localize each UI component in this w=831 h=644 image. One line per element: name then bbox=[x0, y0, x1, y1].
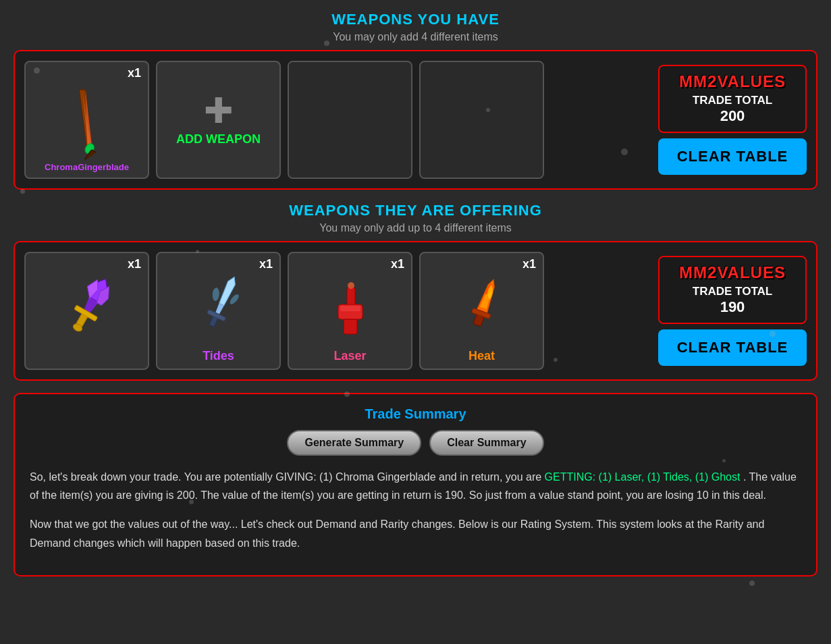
your-weapon-slots: x1 bbox=[24, 61, 651, 179]
summary-text-2: Now that we got the values out of the wa… bbox=[30, 515, 801, 552]
their-slot-2[interactable]: x1 bbox=[156, 252, 281, 370]
summary-text-giving: So, let's break down your trade. You are… bbox=[30, 471, 541, 483]
weapons-you-have-subtitle: You may only add 4 different items bbox=[14, 31, 817, 43]
add-weapon-label: ADD WEAPON bbox=[176, 132, 261, 146]
weapons-you-have-title: WEAPONS YOU HAVE bbox=[14, 11, 817, 28]
summary-buttons: Generate Summary Clear Summary bbox=[30, 430, 801, 456]
your-mm2values-badge: MM2VALUES TRADE TOTAL 200 bbox=[658, 65, 807, 132]
their-trade-total-value: 190 bbox=[665, 298, 800, 316]
their-mm2values-badge: MM2VALUES TRADE TOTAL 190 bbox=[658, 256, 807, 323]
add-weapon-button[interactable]: ✚ ADD WEAPON bbox=[156, 61, 281, 179]
trade-summary-section: Trade Summary Generate Summary Clear Sum… bbox=[14, 393, 817, 576]
your-mm2values-title: MM2VALUES bbox=[665, 73, 800, 90]
empty-slot-inner-3 bbox=[289, 62, 411, 178]
empty-slot-inner-4 bbox=[421, 62, 543, 178]
your-slot-4[interactable] bbox=[419, 61, 544, 179]
their-slot-1[interactable]: x1 bbox=[24, 252, 149, 370]
svg-point-15 bbox=[228, 293, 240, 306]
their-slot-4-name: Heat bbox=[421, 349, 543, 363]
your-trade-total-value: 200 bbox=[665, 107, 800, 125]
weapons-they-offer-title: WEAPONS THEY ARE OFFERING bbox=[14, 202, 817, 219]
plus-icon: ✚ bbox=[204, 93, 234, 128]
their-slot-2-count: x1 bbox=[259, 257, 273, 271]
trade-summary-title: Trade Summary bbox=[30, 406, 801, 422]
gingerblade-image bbox=[47, 86, 128, 154]
their-slot-3[interactable]: x1 bbox=[288, 252, 412, 370]
ghost-image bbox=[47, 277, 128, 345]
your-clear-table-button[interactable]: CLEAR TABLE bbox=[658, 138, 807, 175]
their-slot-3-count: x1 bbox=[391, 257, 404, 271]
their-slot-3-name: Laser bbox=[289, 349, 411, 363]
their-slot-4[interactable]: x1 bbox=[419, 252, 544, 370]
summary-text-getting: GETTING: (1) Laser, (1) Tides, (1) Ghost bbox=[545, 471, 741, 483]
your-slot-3[interactable] bbox=[288, 61, 412, 179]
svg-point-14 bbox=[211, 288, 219, 302]
their-trade-total-label: TRADE TOTAL bbox=[665, 285, 800, 298]
tides-image bbox=[178, 277, 259, 345]
weapons-they-offer-subtitle: You may only add up to 4 different items bbox=[14, 222, 817, 234]
their-mm2values-title: MM2VALUES bbox=[665, 264, 800, 281]
generate-summary-button[interactable]: Generate Summary bbox=[287, 430, 421, 456]
your-trade-total-box: MM2VALUES TRADE TOTAL 200 CLEAR TABLE bbox=[658, 65, 807, 174]
summary-text-1: So, let's break down your trade. You are… bbox=[30, 468, 801, 504]
svg-point-22 bbox=[348, 282, 354, 289]
their-slot-1-count: x1 bbox=[128, 257, 141, 271]
their-weapon-slots: x1 bbox=[24, 252, 651, 370]
their-slot-4-count: x1 bbox=[522, 257, 536, 271]
laser-image bbox=[310, 277, 391, 345]
svg-rect-20 bbox=[340, 306, 360, 311]
their-slot-2-name: Tides bbox=[157, 349, 279, 363]
heat-image bbox=[441, 277, 522, 345]
your-trade-total-label: TRADE TOTAL bbox=[665, 94, 800, 107]
your-slot-1[interactable]: x1 bbox=[24, 61, 149, 179]
their-clear-table-button[interactable]: CLEAR TABLE bbox=[658, 329, 807, 366]
svg-rect-21 bbox=[344, 319, 357, 334]
weapons-you-have-table: x1 bbox=[14, 50, 817, 190]
svg-marker-0 bbox=[50, 86, 119, 158]
their-trade-total-box: MM2VALUES TRADE TOTAL 190 CLEAR TABLE bbox=[658, 256, 807, 365]
weapons-they-offer-table: x1 bbox=[14, 241, 817, 381]
your-slot-1-name: ChromaGingerblade bbox=[26, 162, 148, 172]
clear-summary-button[interactable]: Clear Summary bbox=[429, 430, 543, 456]
your-slot-1-count: x1 bbox=[128, 66, 141, 80]
